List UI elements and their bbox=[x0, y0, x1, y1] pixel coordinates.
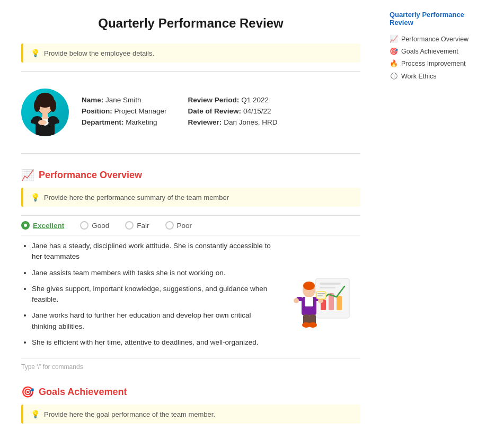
bullet-5: She is efficient with her time, attentiv… bbox=[32, 337, 276, 348]
sidebar-item-process[interactable]: 🔥 Process Improvement bbox=[390, 57, 469, 69]
department-field: Department: Marketing bbox=[82, 118, 167, 126]
employee-hint-box: 💡 Provide below the employee details. bbox=[21, 43, 360, 63]
employee-info: Name: Jane Smith Position: Project Manag… bbox=[82, 96, 277, 129]
radio-excellent[interactable] bbox=[21, 221, 30, 230]
sidebar-item-performance[interactable]: 📈 Performance Overview bbox=[390, 33, 469, 45]
svg-rect-11 bbox=[52, 119, 59, 124]
sidebar-process-icon: 🔥 bbox=[390, 59, 398, 67]
hint-icon-3: 💡 bbox=[31, 410, 40, 418]
sidebar-ethics-label: Work Ethics bbox=[401, 73, 436, 80]
sidebar-goals-label: Goals Achievement bbox=[401, 48, 458, 55]
svg-rect-7 bbox=[42, 113, 48, 119]
svg-rect-33 bbox=[317, 295, 323, 296]
rating-good[interactable]: Good bbox=[80, 221, 109, 230]
position-field: Position: Project Manager bbox=[82, 107, 167, 115]
goals-hint-box: 💡 Provide here the goal performance of t… bbox=[21, 405, 360, 424]
svg-point-20 bbox=[303, 282, 315, 290]
sidebar-goals-icon: 🎯 bbox=[390, 47, 398, 55]
performance-section-header: 📈 Performance Overview bbox=[21, 169, 360, 181]
bullet-2: Jane assists team members with tasks she… bbox=[32, 268, 276, 278]
review-period-field: Review Period: Q1 2022 bbox=[188, 96, 278, 104]
slash-hint: Type '/' for commands bbox=[21, 358, 360, 371]
bullet-4: Jane works hard to further her education… bbox=[32, 310, 276, 332]
main-content: Quarterly Performance Review 💡 Provide b… bbox=[0, 0, 382, 430]
sidebar-performance-label: Performance Overview bbox=[401, 36, 468, 43]
avatar bbox=[21, 89, 69, 136]
svg-point-3 bbox=[34, 99, 40, 112]
goals-hint-text: Provide here the goal performance of the… bbox=[44, 410, 215, 418]
divider-2 bbox=[21, 153, 360, 154]
divider-1 bbox=[21, 71, 360, 72]
svg-rect-17 bbox=[320, 283, 341, 285]
performance-content-area: Jane has a steady, disciplined work atti… bbox=[21, 241, 360, 353]
svg-rect-16 bbox=[337, 296, 342, 310]
radio-fair[interactable] bbox=[125, 221, 134, 230]
svg-point-25 bbox=[294, 298, 299, 303]
sidebar-performance-icon: 📈 bbox=[390, 35, 398, 43]
label-excellent: Excellent bbox=[33, 222, 64, 230]
reviewer-field: Reviewer: Dan Jones, HRD bbox=[188, 118, 278, 126]
radio-poor[interactable] bbox=[165, 221, 174, 230]
svg-rect-18 bbox=[320, 287, 335, 288]
goals-section-header: 🎯 Goals Achievement bbox=[21, 385, 360, 398]
performance-icon: 📈 bbox=[21, 169, 34, 181]
svg-point-4 bbox=[50, 99, 56, 112]
performance-hint-text: Provide here the performance summary of … bbox=[44, 194, 229, 201]
performance-title: Performance Overview bbox=[39, 170, 142, 181]
sidebar-ethics-icon: ⓘ bbox=[390, 72, 398, 81]
label-fair: Fair bbox=[137, 222, 149, 230]
goals-title: Goals Achievement bbox=[39, 387, 127, 398]
sidebar-process-label: Process Improvement bbox=[401, 60, 466, 67]
svg-rect-10 bbox=[31, 119, 38, 124]
sidebar-title: Quarterly Performance Review bbox=[390, 11, 469, 27]
label-poor: Poor bbox=[177, 222, 192, 230]
rating-fair[interactable]: Fair bbox=[125, 221, 149, 230]
performance-illustration bbox=[286, 241, 360, 353]
date-field: Date of Review: 04/15/22 bbox=[188, 107, 278, 115]
performance-hint-box: 💡 Provide here the performance summary o… bbox=[21, 188, 360, 207]
info-col-left: Name: Jane Smith Position: Project Manag… bbox=[82, 96, 167, 129]
sidebar-item-goals[interactable]: 🎯 Goals Achievement bbox=[390, 45, 469, 57]
employee-hint-text: Provide below the employee details. bbox=[44, 49, 154, 57]
bullet-3: She gives support, important knowledge, … bbox=[32, 284, 276, 305]
goals-icon: 🎯 bbox=[21, 385, 34, 398]
svg-point-30 bbox=[308, 322, 317, 328]
hint-icon-1: 💡 bbox=[31, 49, 40, 57]
svg-rect-32 bbox=[317, 293, 325, 294]
radio-good[interactable] bbox=[80, 221, 89, 230]
svg-rect-22 bbox=[305, 297, 313, 306]
name-field: Name: Jane Smith bbox=[82, 96, 167, 104]
sidebar-item-ethics[interactable]: ⓘ Work Ethics bbox=[390, 69, 469, 83]
info-col-right: Review Period: Q1 2022 Date of Review: 0… bbox=[188, 96, 278, 129]
rating-poor[interactable]: Poor bbox=[165, 221, 192, 230]
bullet-1: Jane has a steady, disciplined work atti… bbox=[32, 241, 276, 262]
sidebar: Quarterly Performance Review 📈 Performan… bbox=[382, 0, 477, 430]
svg-point-12 bbox=[38, 120, 47, 125]
performance-rating-row: Excellent Good Fair Poor bbox=[21, 215, 360, 235]
label-good: Good bbox=[92, 222, 109, 230]
performance-bullets: Jane has a steady, disciplined work atti… bbox=[21, 241, 276, 353]
employee-section: Name: Jane Smith Position: Project Manag… bbox=[21, 80, 360, 145]
hint-icon-2: 💡 bbox=[31, 193, 40, 201]
goals-section: 🎯 Goals Achievement 💡 Provide here the g… bbox=[21, 385, 360, 430]
page-title: Quarterly Performance Review bbox=[21, 16, 360, 31]
rating-excellent[interactable]: Excellent bbox=[21, 221, 64, 230]
